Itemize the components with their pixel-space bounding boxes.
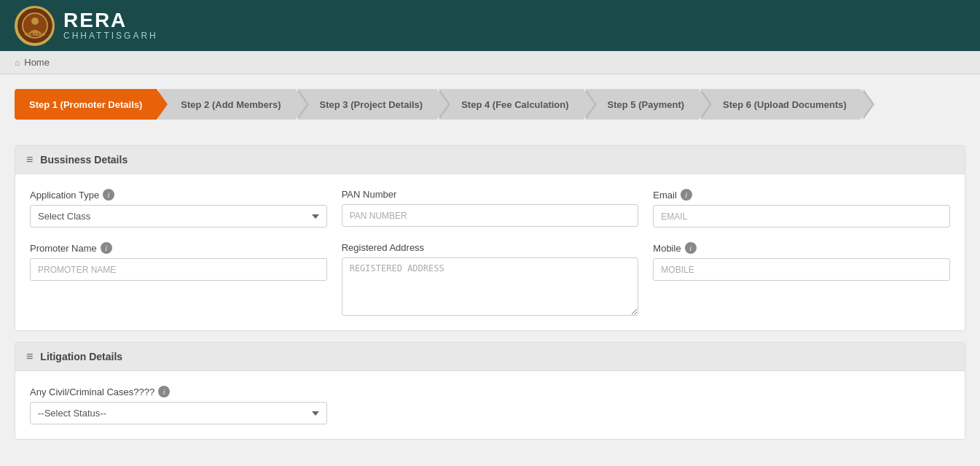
breadcrumb-home[interactable]: Home bbox=[24, 57, 50, 68]
svg-text:CG RERA: CG RERA bbox=[25, 32, 45, 36]
logo: CG RERA bbox=[15, 6, 55, 46]
step-6[interactable]: Step 6 (Upload Documents) bbox=[701, 89, 861, 120]
application-type-select[interactable]: Select Class bbox=[30, 205, 327, 228]
promoter-name-label: Promoter Name i bbox=[30, 242, 327, 254]
step-3-label: Step 3 (Project Details) bbox=[320, 99, 423, 110]
litigation-section: ≡ Litigation Details Any Civil/Criminal … bbox=[15, 342, 965, 440]
email-group: Email i bbox=[653, 189, 950, 228]
content: ≡ Bussiness Details Application Type i S… bbox=[0, 134, 980, 462]
litigation-section-body: Any Civil/Criminal Cases???? i --Select … bbox=[15, 371, 965, 439]
step-5-label: Step 5 (Payment) bbox=[608, 99, 684, 110]
promoter-name-input[interactable] bbox=[30, 258, 327, 281]
email-help-icon[interactable]: i bbox=[681, 189, 692, 201]
brand-subtitle: CHHATTISGARH bbox=[63, 31, 158, 41]
business-section-title: Bussiness Details bbox=[40, 154, 128, 166]
mobile-help-icon[interactable]: i bbox=[685, 242, 697, 254]
brand-text: RERA CHHATTISGARH bbox=[63, 10, 158, 41]
hamburger-icon: ≡ bbox=[26, 153, 33, 166]
civil-cases-label: Any Civil/Criminal Cases???? i bbox=[30, 386, 327, 397]
mobile-input[interactable] bbox=[653, 258, 950, 281]
business-form-row-2: Promoter Name i Registered Address Mobil… bbox=[30, 242, 950, 316]
email-label: Email i bbox=[653, 189, 950, 201]
litigation-section-title: Litigation Details bbox=[40, 351, 122, 362]
mobile-label: Mobile i bbox=[653, 242, 950, 254]
litigation-hamburger-icon: ≡ bbox=[26, 350, 33, 363]
civil-cases-help-icon[interactable]: i bbox=[158, 386, 170, 397]
mobile-group: Mobile i bbox=[653, 242, 950, 316]
step-5[interactable]: Step 5 (Payment) bbox=[586, 89, 699, 120]
step-4-label: Step 4 (Fee Calculation) bbox=[461, 99, 568, 110]
step-3[interactable]: Step 3 (Project Details) bbox=[298, 89, 438, 120]
step-6-label: Step 6 (Upload Documents) bbox=[723, 99, 847, 110]
step-2-label: Step 2 (Add Members) bbox=[181, 99, 281, 110]
registered-address-group: Registered Address bbox=[342, 242, 639, 316]
pan-number-group: PAN Number bbox=[342, 189, 639, 228]
promoter-name-group: Promoter Name i bbox=[30, 242, 327, 316]
pan-number-input[interactable] bbox=[342, 204, 639, 227]
step-1[interactable]: Step 1 (Promoter Details) bbox=[15, 89, 157, 120]
application-type-help-icon[interactable]: i bbox=[103, 189, 114, 201]
civil-cases-group: Any Civil/Criminal Cases???? i --Select … bbox=[30, 386, 327, 424]
business-form-row-1: Application Type i Select Class PAN Numb… bbox=[30, 189, 950, 228]
business-section-header: ≡ Bussiness Details bbox=[15, 146, 965, 174]
litigation-section-header: ≡ Litigation Details bbox=[15, 343, 965, 371]
step-4[interactable]: Step 4 (Fee Calculation) bbox=[439, 89, 583, 120]
brand-title: RERA bbox=[63, 10, 158, 31]
promoter-name-help-icon[interactable]: i bbox=[101, 242, 112, 254]
svg-point-1 bbox=[31, 18, 39, 25]
step-2[interactable]: Step 2 (Add Members) bbox=[159, 89, 295, 120]
application-type-group: Application Type i Select Class bbox=[30, 189, 327, 228]
application-type-label: Application Type i bbox=[30, 189, 327, 201]
step-1-label: Step 1 (Promoter Details) bbox=[29, 99, 142, 110]
steps: Step 1 (Promoter Details) Step 2 (Add Me… bbox=[15, 89, 965, 120]
business-section-body: Application Type i Select Class PAN Numb… bbox=[15, 174, 965, 330]
steps-container: Step 1 (Promoter Details) Step 2 (Add Me… bbox=[0, 74, 980, 134]
business-section: ≡ Bussiness Details Application Type i S… bbox=[15, 145, 965, 331]
email-input[interactable] bbox=[653, 205, 950, 228]
header: CG RERA RERA CHHATTISGARH bbox=[0, 0, 980, 51]
registered-address-label: Registered Address bbox=[342, 242, 639, 253]
home-icon: ⌂ bbox=[15, 58, 20, 68]
breadcrumb: ⌂ Home bbox=[0, 51, 980, 74]
litigation-form-row-1: Any Civil/Criminal Cases???? i --Select … bbox=[30, 386, 950, 424]
pan-number-label: PAN Number bbox=[342, 189, 639, 200]
registered-address-input[interactable] bbox=[342, 257, 639, 316]
civil-cases-select[interactable]: --Select Status-- bbox=[30, 402, 327, 424]
